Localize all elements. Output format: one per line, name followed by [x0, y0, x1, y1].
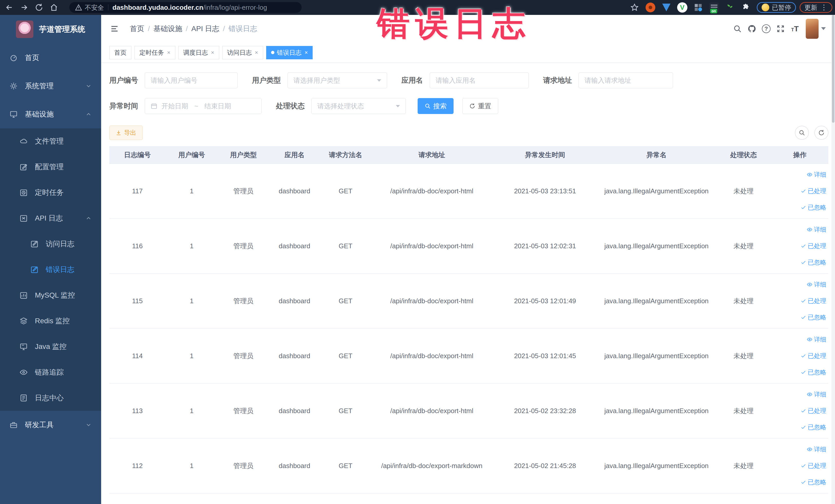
table-tools	[789, 126, 828, 140]
tab-schedule-log[interactable]: 调度日志 ×	[178, 46, 219, 59]
app-name-input[interactable]	[430, 73, 529, 88]
reload-icon[interactable]	[33, 2, 45, 13]
error-log-table: 日志编号 用户编号 用户类型 应用名 请求方法名 请求地址 异常发生时间 异常名…	[109, 146, 828, 493]
detail-link[interactable]: 详细	[807, 335, 826, 344]
sidebar-item-mysql-monitor[interactable]: MySQL 监控	[0, 282, 101, 308]
mark-processed-link[interactable]: 已处理	[801, 352, 826, 360]
security-label[interactable]: 不安全	[85, 3, 104, 12]
tab-home[interactable]: 首页	[109, 46, 131, 59]
forward-icon[interactable]	[19, 2, 30, 13]
cell-process-status: 未处理	[715, 164, 771, 218]
hamburger-icon[interactable]	[109, 24, 120, 34]
sidebar-item-api-log[interactable]: API 日志	[0, 205, 101, 231]
mark-ignored-link[interactable]: 已忽略	[801, 258, 826, 266]
close-icon[interactable]: ×	[211, 50, 214, 56]
browser-extension-icon-blue-shield[interactable]	[661, 2, 672, 13]
address-bar[interactable]: 不安全 dashboard.yudao.iocoder.cn /infra/lo…	[69, 2, 302, 13]
browser-extension-icon-green-v[interactable]: V	[677, 2, 687, 13]
sidebar-item-error-log[interactable]: 错误日志	[0, 257, 101, 282]
page-scrollbar[interactable]	[831, 15, 835, 504]
user-avatar[interactable]	[806, 19, 819, 39]
detail-link[interactable]: 详细	[807, 445, 826, 453]
scrollbar-thumb[interactable]	[832, 15, 834, 123]
sidebar-item-devtools[interactable]: 研发工具	[0, 411, 101, 439]
tab-scheduled-jobs[interactable]: 定时任务 ×	[135, 46, 175, 59]
tab-access-log[interactable]: 访问日志 ×	[222, 46, 263, 59]
mark-processed-link[interactable]: 已处理	[801, 407, 826, 415]
sidebar-item-trace[interactable]: 链路追踪	[0, 360, 101, 385]
mark-ignored-link[interactable]: 已忽略	[801, 203, 826, 211]
tab-error-log[interactable]: 错误日志 ×	[266, 46, 313, 59]
extension-paused-pill[interactable]: 已暂停	[757, 2, 796, 13]
sidebar-item-home[interactable]: 首页	[0, 44, 101, 72]
browser-extension-icon-sprout[interactable]	[725, 2, 735, 13]
fullscreen-icon[interactable]	[773, 22, 788, 36]
process-status-select[interactable]: 请选择处理状态	[311, 98, 406, 114]
browser-extension-icon-orange[interactable]	[645, 2, 656, 13]
sidebar-item-redis-monitor[interactable]: Redis 监控	[0, 308, 101, 334]
home-icon[interactable]	[48, 2, 60, 13]
cell-method: GET	[320, 329, 371, 383]
mark-processed-link[interactable]: 已处理	[801, 187, 826, 195]
mark-ignored-link[interactable]: 已忽略	[801, 368, 826, 377]
app-logo-row[interactable]: 芋道管理系统	[0, 15, 101, 44]
sidebar-item-access-log[interactable]: 访问日志	[0, 231, 101, 257]
app-logo	[16, 21, 33, 38]
user-id-input[interactable]	[145, 73, 238, 88]
detail-link[interactable]: 详细	[807, 170, 826, 179]
breadcrumb-api-log[interactable]: API 日志	[191, 24, 220, 34]
sidebar-item-infrastructure[interactable]: 基础设施	[0, 100, 101, 128]
detail-link[interactable]: 详细	[807, 280, 826, 288]
cell-app-name: dashboard	[269, 274, 320, 328]
breadcrumb-infra[interactable]: 基础设施	[154, 24, 182, 34]
browser-extension-icon-on-switch[interactable]: on	[709, 2, 719, 13]
breadcrumb-home[interactable]: 首页	[130, 24, 144, 34]
sidebar-item-java-monitor[interactable]: Java 监控	[0, 334, 101, 360]
exception-time-range-picker[interactable]: 开始日期 ~ 结束日期	[145, 98, 262, 114]
cell-exception-time: 2021-05-03 12:01:49	[493, 274, 597, 328]
bookmark-star-icon[interactable]	[629, 2, 640, 13]
col-process-status: 处理状态	[715, 146, 771, 164]
extensions-puzzle-icon[interactable]	[741, 2, 751, 13]
user-type-select[interactable]: 请选择用户类型	[287, 73, 387, 88]
sidebar-item-system[interactable]: 系统管理	[0, 72, 101, 100]
mark-ignored-link[interactable]: 已忽略	[801, 313, 826, 321]
cell-app-name: dashboard	[269, 384, 320, 438]
browser-menu-kebab-icon[interactable]: ⋮	[820, 6, 828, 9]
sidebar-item-scheduled-jobs[interactable]: 定时任务	[0, 180, 101, 205]
cell-actions: 详细 已处理 已忽略	[772, 329, 828, 383]
mark-ignored-link[interactable]: 已忽略	[801, 423, 826, 431]
search-icon[interactable]	[730, 22, 745, 36]
cell-user-type: 管理员	[218, 384, 269, 438]
back-icon[interactable]	[4, 2, 15, 13]
cell-app-name: dashboard	[269, 329, 320, 383]
close-icon[interactable]: ×	[305, 50, 308, 56]
cell-method: GET	[320, 219, 371, 273]
mark-processed-link[interactable]: 已处理	[801, 297, 826, 305]
avatar-caret-down-icon[interactable]	[821, 27, 826, 30]
browser-update-pill[interactable]: 更新 ⋮	[799, 2, 832, 13]
help-icon[interactable]: ?	[759, 22, 773, 36]
process-status-label: 处理状态	[276, 101, 305, 111]
sidebar-item-log-center[interactable]: 日志中心	[0, 385, 101, 411]
close-icon[interactable]: ×	[255, 50, 258, 56]
github-icon[interactable]	[745, 22, 759, 36]
sidebar-item-config-management[interactable]: 配置管理	[0, 154, 101, 180]
mark-ignored-link[interactable]: 已忽略	[801, 478, 826, 486]
mark-processed-link[interactable]: 已处理	[801, 242, 826, 250]
reset-button[interactable]: 重置	[462, 98, 498, 114]
refresh-icon[interactable]	[814, 126, 828, 140]
export-button[interactable]: 导出	[109, 125, 143, 140]
start-date-placeholder: 开始日期	[161, 102, 188, 110]
browser-extension-icon-grid[interactable]	[693, 2, 703, 13]
chevron-up-icon	[85, 215, 92, 222]
sidebar-item-file-management[interactable]: 文件管理	[0, 128, 101, 154]
detail-link[interactable]: 详细	[807, 390, 826, 399]
detail-link[interactable]: 详细	[807, 225, 826, 234]
mark-processed-link[interactable]: 已处理	[801, 462, 826, 470]
close-icon[interactable]: ×	[167, 50, 170, 56]
search-button[interactable]: 搜索	[418, 98, 453, 114]
request-url-input[interactable]	[578, 73, 673, 88]
font-size-icon[interactable]: TT	[788, 22, 802, 36]
search-toggle-icon[interactable]	[795, 126, 809, 140]
